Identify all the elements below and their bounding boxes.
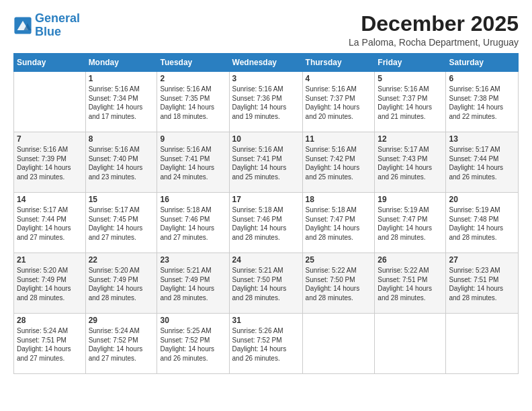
day-number: 31 [232,316,300,325]
day-number: 28 [17,316,83,325]
day-number: 5 [378,74,443,83]
day-info: Sunrise: 5:17 AMSunset: 7:44 PMDaylight:… [449,145,515,181]
calendar-table: SundayMondayTuesdayWednesdayThursdayFrid… [13,53,519,374]
calendar-day-cell: 10Sunrise: 5:16 AMSunset: 7:41 PMDayligh… [229,132,302,193]
day-info: Sunrise: 5:21 AMSunset: 7:50 PMDaylight:… [232,266,300,302]
calendar-day-cell: 4Sunrise: 5:16 AMSunset: 7:37 PMDaylight… [302,72,375,132]
day-info: Sunrise: 5:16 AMSunset: 7:37 PMDaylight:… [378,85,443,121]
calendar-day-cell [302,314,375,374]
calendar-day-cell: 13Sunrise: 5:17 AMSunset: 7:44 PMDayligh… [446,132,519,193]
calendar-day-header: Sunday [14,54,86,72]
day-number: 16 [160,195,226,204]
day-number: 25 [306,255,372,265]
day-number: 15 [89,195,154,204]
day-number: 21 [17,255,83,265]
day-number: 8 [89,134,154,144]
day-number: 13 [449,134,515,144]
calendar-day-header: Wednesday [229,54,302,72]
day-info: Sunrise: 5:18 AMSunset: 7:47 PMDaylight:… [306,205,372,242]
calendar-day-cell: 8Sunrise: 5:16 AMSunset: 7:40 PMDaylight… [85,132,157,193]
day-number: 22 [89,255,154,265]
location-subtitle: La Paloma, Rocha Department, Uruguay [349,37,519,48]
calendar-day-cell: 31Sunrise: 5:26 AMSunset: 7:52 PMDayligh… [229,314,302,374]
calendar-day-cell: 17Sunrise: 5:18 AMSunset: 7:46 PMDayligh… [229,193,302,253]
day-info: Sunrise: 5:24 AMSunset: 7:51 PMDaylight:… [17,326,83,363]
calendar-day-cell [446,314,519,374]
day-number: 17 [232,195,300,204]
day-number: 29 [89,316,154,325]
day-number: 30 [160,316,226,325]
day-number: 14 [17,195,83,204]
day-info: Sunrise: 5:19 AMSunset: 7:48 PMDaylight:… [449,205,515,242]
day-number: 23 [160,255,226,265]
day-info: Sunrise: 5:22 AMSunset: 7:51 PMDaylight:… [378,266,443,302]
calendar-day-cell: 24Sunrise: 5:21 AMSunset: 7:50 PMDayligh… [229,253,302,314]
calendar-day-cell: 14Sunrise: 5:17 AMSunset: 7:44 PMDayligh… [14,193,86,253]
month-title: December 2025 [349,12,519,36]
day-info: Sunrise: 5:17 AMSunset: 7:45 PMDaylight:… [89,205,154,242]
logo-icon [13,16,32,35]
calendar-day-cell: 27Sunrise: 5:23 AMSunset: 7:51 PMDayligh… [446,253,519,314]
calendar-day-cell: 2Sunrise: 5:16 AMSunset: 7:35 PMDaylight… [157,72,229,132]
calendar-day-cell: 19Sunrise: 5:19 AMSunset: 7:47 PMDayligh… [375,193,446,253]
day-info: Sunrise: 5:22 AMSunset: 7:50 PMDaylight:… [306,266,372,302]
day-number: 1 [89,74,154,83]
calendar-day-cell: 29Sunrise: 5:24 AMSunset: 7:52 PMDayligh… [85,314,157,374]
calendar-day-cell: 22Sunrise: 5:20 AMSunset: 7:49 PMDayligh… [85,253,157,314]
logo-text: General Blue [35,12,80,39]
day-number: 19 [378,195,443,204]
calendar-day-cell [375,314,446,374]
calendar-day-header: Friday [375,54,446,72]
calendar-week-row: 28Sunrise: 5:24 AMSunset: 7:51 PMDayligh… [14,314,519,374]
calendar-day-cell: 12Sunrise: 5:17 AMSunset: 7:43 PMDayligh… [375,132,446,193]
day-number: 20 [449,195,515,204]
calendar-day-cell: 26Sunrise: 5:22 AMSunset: 7:51 PMDayligh… [375,253,446,314]
logo: General Blue [13,12,80,39]
day-info: Sunrise: 5:16 AMSunset: 7:37 PMDaylight:… [306,85,372,121]
day-info: Sunrise: 5:18 AMSunset: 7:46 PMDaylight:… [160,205,226,242]
day-info: Sunrise: 5:20 AMSunset: 7:49 PMDaylight:… [17,266,83,302]
day-info: Sunrise: 5:19 AMSunset: 7:47 PMDaylight:… [378,205,443,242]
calendar-day-header: Tuesday [157,54,229,72]
day-info: Sunrise: 5:16 AMSunset: 7:35 PMDaylight:… [160,85,226,121]
calendar-day-cell: 5Sunrise: 5:16 AMSunset: 7:37 PMDaylight… [375,72,446,132]
day-number: 24 [232,255,300,265]
calendar-week-row: 7Sunrise: 5:16 AMSunset: 7:39 PMDaylight… [14,132,519,193]
calendar-day-header: Thursday [302,54,375,72]
day-info: Sunrise: 5:24 AMSunset: 7:52 PMDaylight:… [89,326,154,363]
calendar-day-cell: 21Sunrise: 5:20 AMSunset: 7:49 PMDayligh… [14,253,86,314]
calendar-day-cell: 16Sunrise: 5:18 AMSunset: 7:46 PMDayligh… [157,193,229,253]
calendar-day-cell: 23Sunrise: 5:21 AMSunset: 7:49 PMDayligh… [157,253,229,314]
day-number: 11 [306,134,372,144]
calendar-week-row: 21Sunrise: 5:20 AMSunset: 7:49 PMDayligh… [14,253,519,314]
main-container: General Blue December 2025 La Paloma, Ro… [0,0,532,381]
calendar-day-cell: 9Sunrise: 5:16 AMSunset: 7:41 PMDaylight… [157,132,229,193]
day-info: Sunrise: 5:17 AMSunset: 7:44 PMDaylight:… [17,205,83,242]
day-number: 10 [232,134,300,144]
calendar-day-cell: 1Sunrise: 5:16 AMSunset: 7:34 PMDaylight… [85,72,157,132]
day-info: Sunrise: 5:16 AMSunset: 7:38 PMDaylight:… [449,85,515,121]
day-number: 2 [160,74,226,83]
day-number: 18 [306,195,372,204]
day-info: Sunrise: 5:16 AMSunset: 7:42 PMDaylight:… [306,145,372,181]
calendar-week-row: 14Sunrise: 5:17 AMSunset: 7:44 PMDayligh… [14,193,519,253]
day-number: 6 [449,74,515,83]
day-info: Sunrise: 5:16 AMSunset: 7:40 PMDaylight:… [89,145,154,181]
day-number: 7 [17,134,83,144]
title-block: December 2025 La Paloma, Rocha Departmen… [349,12,519,48]
calendar-day-header: Saturday [446,54,519,72]
day-number: 27 [449,255,515,265]
calendar-day-cell: 30Sunrise: 5:25 AMSunset: 7:52 PMDayligh… [157,314,229,374]
day-number: 9 [160,134,226,144]
day-number: 26 [378,255,443,265]
calendar-day-cell: 6Sunrise: 5:16 AMSunset: 7:38 PMDaylight… [446,72,519,132]
calendar-header-row: SundayMondayTuesdayWednesdayThursdayFrid… [14,54,519,72]
day-info: Sunrise: 5:18 AMSunset: 7:46 PMDaylight:… [232,205,300,242]
day-info: Sunrise: 5:23 AMSunset: 7:51 PMDaylight:… [449,266,515,302]
day-number: 3 [232,74,300,83]
calendar-day-cell: 18Sunrise: 5:18 AMSunset: 7:47 PMDayligh… [302,193,375,253]
day-info: Sunrise: 5:20 AMSunset: 7:49 PMDaylight:… [89,266,154,302]
calendar-day-header: Monday [85,54,157,72]
day-info: Sunrise: 5:25 AMSunset: 7:52 PMDaylight:… [160,326,226,363]
day-info: Sunrise: 5:16 AMSunset: 7:41 PMDaylight:… [160,145,226,181]
